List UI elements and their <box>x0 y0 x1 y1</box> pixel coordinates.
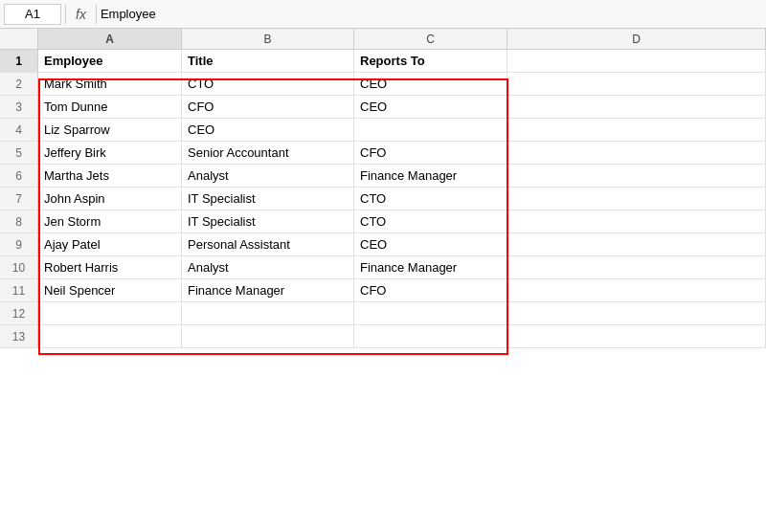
row-number: 3 <box>0 96 38 118</box>
row-number: 7 <box>0 188 38 210</box>
cell-c-8[interactable]: CTO <box>354 211 507 233</box>
cell-d-12[interactable] <box>507 302 766 324</box>
spreadsheet: A B C D 1EmployeeTitleReports To2Mark Sm… <box>0 29 766 348</box>
cell-a-4[interactable]: Liz Sparrow <box>38 119 182 141</box>
spreadsheet-wrapper: A B C D 1EmployeeTitleReports To2Mark Sm… <box>0 29 766 348</box>
cell-a-1[interactable]: Employee <box>38 50 182 72</box>
cell-c-13[interactable] <box>354 325 507 347</box>
row-number: 1 <box>0 50 38 72</box>
cell-c-11[interactable]: CFO <box>354 279 507 301</box>
table-row: 4Liz SparrowCEO <box>0 119 766 142</box>
col-header-d[interactable]: D <box>507 29 766 49</box>
cell-b-13[interactable] <box>182 325 354 347</box>
cell-b-7[interactable]: IT Specialist <box>182 188 354 210</box>
cell-d-10[interactable] <box>507 256 766 278</box>
cell-d-5[interactable] <box>507 142 766 164</box>
cell-b-3[interactable]: CFO <box>182 96 354 118</box>
cell-a-10[interactable]: Robert Harris <box>38 256 182 278</box>
fx-symbol: fx <box>70 7 92 22</box>
rows-container: 1EmployeeTitleReports To2Mark SmithCTOCE… <box>0 50 766 348</box>
cell-reference-box[interactable]: A1 <box>4 4 61 25</box>
cell-c-3[interactable]: CEO <box>354 96 507 118</box>
cell-d-3[interactable] <box>507 96 766 118</box>
table-row: 12 <box>0 302 766 325</box>
cell-a-6[interactable]: Martha Jets <box>38 165 182 187</box>
table-row: 13 <box>0 325 766 348</box>
cell-d-2[interactable] <box>507 73 766 95</box>
cell-b-12[interactable] <box>182 302 354 324</box>
col-header-b[interactable]: B <box>182 29 354 49</box>
cell-b-6[interactable]: Analyst <box>182 165 354 187</box>
cell-b-9[interactable]: Personal Assistant <box>182 233 354 255</box>
row-number: 11 <box>0 279 38 301</box>
col-header-c[interactable]: C <box>354 29 507 49</box>
cell-a-5[interactable]: Jeffery Birk <box>38 142 182 164</box>
row-number: 13 <box>0 325 38 347</box>
cell-c-5[interactable]: CFO <box>354 142 507 164</box>
cell-a-11[interactable]: Neil Spencer <box>38 279 182 301</box>
table-row: 2Mark SmithCTOCEO <box>0 73 766 96</box>
cell-d-9[interactable] <box>507 233 766 255</box>
cell-a-3[interactable]: Tom Dunne <box>38 96 182 118</box>
table-row: 8Jen StormIT SpecialistCTO <box>0 211 766 233</box>
cell-c-4[interactable] <box>354 119 507 141</box>
cell-c-2[interactable]: CEO <box>354 73 507 95</box>
cell-a-9[interactable]: Ajay Patel <box>38 233 182 255</box>
cell-a-8[interactable]: Jen Storm <box>38 211 182 233</box>
table-row: 5Jeffery BirkSenior AccountantCFO <box>0 142 766 165</box>
col-header-a[interactable]: A <box>38 29 182 49</box>
row-number: 6 <box>0 165 38 187</box>
cell-c-10[interactable]: Finance Manager <box>354 256 507 278</box>
row-number: 9 <box>0 233 38 255</box>
row-number: 2 <box>0 73 38 95</box>
cell-a-13[interactable] <box>38 325 182 347</box>
cell-c-9[interactable]: CEO <box>354 233 507 255</box>
formula-bar-divider <box>65 5 66 24</box>
cell-c-12[interactable] <box>354 302 507 324</box>
cell-b-5[interactable]: Senior Accountant <box>182 142 354 164</box>
corner-header <box>0 29 38 49</box>
cell-c-6[interactable]: Finance Manager <box>354 165 507 187</box>
cell-d-7[interactable] <box>507 188 766 210</box>
cell-b-2[interactable]: CTO <box>182 73 354 95</box>
row-number: 4 <box>0 119 38 141</box>
cell-d-4[interactable] <box>507 119 766 141</box>
cell-d-8[interactable] <box>507 211 766 233</box>
row-number: 8 <box>0 211 38 233</box>
table-row: 11Neil SpencerFinance ManagerCFO <box>0 279 766 302</box>
row-number: 5 <box>0 142 38 164</box>
formula-bar: A1 fx Employee <box>0 0 766 29</box>
cell-c-7[interactable]: CTO <box>354 188 507 210</box>
cell-a-7[interactable]: John Aspin <box>38 188 182 210</box>
table-row: 9Ajay PatelPersonal AssistantCEO <box>0 233 766 256</box>
cell-a-12[interactable] <box>38 302 182 324</box>
cell-d-1[interactable] <box>507 50 766 72</box>
cell-c-1[interactable]: Reports To <box>354 50 507 72</box>
cell-b-8[interactable]: IT Specialist <box>182 211 354 233</box>
table-row: 1EmployeeTitleReports To <box>0 50 766 73</box>
row-number: 10 <box>0 256 38 278</box>
table-row: 7John AspinIT SpecialistCTO <box>0 188 766 211</box>
formula-value[interactable]: Employee <box>101 7 762 21</box>
cell-b-11[interactable]: Finance Manager <box>182 279 354 301</box>
table-row: 3Tom DunneCFOCEO <box>0 96 766 119</box>
cell-b-4[interactable]: CEO <box>182 119 354 141</box>
column-headers-row: A B C D <box>0 29 766 50</box>
cell-b-10[interactable]: Analyst <box>182 256 354 278</box>
table-row: 6Martha JetsAnalystFinance Manager <box>0 165 766 188</box>
table-row: 10Robert HarrisAnalystFinance Manager <box>0 256 766 279</box>
cell-b-1[interactable]: Title <box>182 50 354 72</box>
cell-a-2[interactable]: Mark Smith <box>38 73 182 95</box>
cell-d-13[interactable] <box>507 325 766 347</box>
cell-ref-label: A1 <box>25 7 40 21</box>
formula-bar-divider2 <box>96 5 97 24</box>
cell-d-6[interactable] <box>507 165 766 187</box>
row-number: 12 <box>0 302 38 324</box>
cell-d-11[interactable] <box>507 279 766 301</box>
